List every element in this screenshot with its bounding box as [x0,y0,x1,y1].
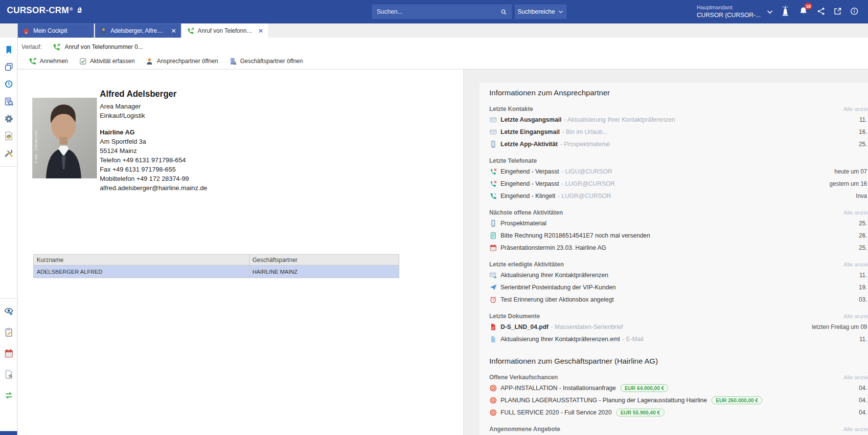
show-all-link[interactable]: Alle anzeigen [844,210,868,216]
item-subtitle: - LUGR@CURSOR [558,193,611,199]
panel-item[interactable]: Aktualisierung Ihrer Kontaktpräferenzen.… [489,333,868,345]
sidebar-eye-star-icon[interactable] [4,306,14,316]
search-icon[interactable] [500,8,507,16]
panel-item[interactable]: Eingehend - Verpasst- LIGU@CURSORheute u… [489,165,868,177]
contact-fax: Fax +49 6131 971798-655 [100,165,207,174]
section-title: Angenommene Angebote [489,426,560,433]
amount-badge: EUR 55.900,40 € [616,409,664,416]
tab-adelsberger-alfred[interactable]: Adelsberger, Alfred, ... [95,23,181,38]
chevron-down-icon [558,9,564,15]
panel-item[interactable]: Letzte App-Aktivität- Prospektmaterial25… [489,138,868,150]
item-text: Aktualisierung Ihrer Kontaktpräferenzen [501,272,608,279]
history-current-item[interactable]: Anruf von Telefonnummer 0... [65,44,143,50]
column-header[interactable]: Kurzname [34,255,250,265]
tab-label: Mein Cockpit [33,27,89,34]
sidebar-sync-icon[interactable] [4,391,14,400]
panel-item[interactable]: Eingehend - Verpasst- LUGR@CURSORgestern… [489,177,868,190]
item-text: Eingehend - Verpasst- LIGU@CURSOR [501,168,612,175]
app-logo: CURSOR-CRM® [7,5,84,16]
photo-watermark: © olly - Fotolia.com [34,130,38,164]
table-cell: ADELSBERGER ALFRED [34,265,250,278]
chevron-down-icon[interactable] [766,8,774,16]
panel-item[interactable]: Eingehend - Klingelt- LUGR@CURSORInva [489,190,868,202]
item-text: PLANUNG LAGERAUSSTATTUNG - Planung der L… [501,397,707,404]
panel-item[interactable]: PLANUNG LAGERAUSSTATTUNG - Planung der L… [489,394,868,406]
panel-item[interactable]: Bitte Rechnung R20186514541E7 noch mal v… [489,229,868,241]
item-text: Prospektmaterial [501,220,547,227]
column-header[interactable]: Geschäftspartner [250,255,399,265]
app-name: CURSOR-CRM [7,5,69,16]
panel-item[interactable]: Test Erinnerung über Aktionsbox angelegt… [489,293,868,305]
item-date: Inva [856,193,868,199]
sidebar-gear-play-icon[interactable] [4,114,14,124]
panel-item[interactable]: APP-INSTALLATION - InstallationsanfrageE… [489,382,868,394]
section-title: Letzte erledigte Aktivitäten [489,261,564,268]
contact-street: Am Sportfeld 3a [100,137,207,146]
annehmen-button[interactable]: Annehmen [26,56,70,66]
close-icon[interactable] [258,28,263,33]
search-scope-button[interactable]: Suchbereiche [515,4,567,19]
panel-item[interactable]: Serienbrief Posteinladung der VIP-Kunden… [489,281,868,293]
geschäftspartner-öffnen-button[interactable]: Geschäftspartner öffnen [227,56,305,66]
share-icon[interactable] [817,7,825,16]
show-all-link[interactable]: Alle anzeigen [844,426,868,432]
aktivität-erfassen-button[interactable]: Aktivität erfassen [77,56,137,66]
item-date: 11. [859,336,868,343]
lighthouse-icon[interactable] [780,5,791,17]
item-text: FULL SERVICE 2020 - Full Service 2020 [501,409,612,416]
item-text: Letzte Eingangsmail- Bin im Urlaub... [501,129,608,135]
search-input[interactable] [372,8,500,15]
section-offene-verkaufschancen: Offene VerkaufschancenAlle anzeigenAPP-I… [489,373,868,418]
close-icon[interactable] [171,28,176,33]
section-title: Letzte Dokumente [489,313,540,320]
open-in-new-icon[interactable] [833,7,842,16]
sidebar-copy-icon[interactable] [4,62,14,72]
item-date: 16. [859,129,868,135]
show-all-link[interactable]: Alle anzeigen [844,374,868,380]
item-date: 25. [859,220,868,227]
panel-item[interactable]: Letzte Eingangsmail- Bin im Urlaub...16. [489,126,868,138]
phone-in-icon [28,57,37,65]
sidebar-history-icon[interactable] [4,79,14,89]
sidebar-calendar-icon[interactable] [4,348,14,358]
sailboat-icon [74,6,84,16]
action-label: Ansprechpartner öffnen [157,58,218,65]
sidebar-tools-icon[interactable] [4,148,14,158]
section-letzte-dokumente: Letzte DokumenteAlle anzeigenD-S_LND_04.… [489,312,868,345]
panel-item[interactable]: Präsentationstermin 23.03. Hairline AG25… [489,241,868,254]
sidebar [0,38,18,435]
ansprechpartner-öffnen-button[interactable]: Ansprechpartner öffnen [143,56,220,66]
tab-label: Adelsberger, Alfred, ... [111,27,166,34]
panel-item[interactable]: FULL SERVICE 2020 - Full Service 2020EUR… [489,406,868,418]
item-subtitle: - LIGU@CURSOR [562,168,613,175]
panel-item[interactable]: Aktualisierung Ihrer Kontaktpräferenzen1… [489,269,868,281]
show-all-link[interactable]: Alle anzeigen [844,261,868,267]
sidebar-report-pie-icon[interactable] [4,131,14,141]
item-date: 11. [859,116,868,123]
tab-mein-cockpit[interactable]: Mein Cockpit [18,23,94,38]
sidebar-search-doc-icon[interactable] [4,97,14,107]
contact-email: alfred.adelsberger@hairline.mainz.de [100,183,207,193]
tenant-selector[interactable]: Hauptmandant: CURSOR (CURSOR-... [697,3,761,19]
section-letzte-erledigte-aktivitäten: Letzte erledigte AktivitätenAlle anzeige… [489,260,868,305]
mail-icon [489,116,497,124]
contact-details: Alfred Adelsberger Area Manager Einkauf/… [100,89,207,193]
tab-anruf-von-telefonnu[interactable]: Anruf von Telefonnu... [182,23,268,38]
info-icon[interactable] [850,7,859,16]
sidebar-bookmark-icon[interactable] [4,45,14,55]
show-all-link[interactable]: Alle anzeigen [844,106,868,112]
action-label: Annehmen [40,58,68,65]
plane-icon [489,283,497,291]
sidebar-clipboard-edit-icon[interactable] [4,327,14,337]
building-person-icon [229,57,237,65]
panel-item[interactable]: Letzte Ausgangsmail- Aktualisierung Ihre… [489,113,868,126]
section-title: Offene Verkaufschancen [489,374,558,381]
table-row[interactable]: ADELSBERGER ALFREDHAIRLINE MAINZ [34,265,399,278]
panel-item[interactable]: Prospektmaterial25. [489,217,868,229]
panel-heading-partner: Informationen zum Geschäftspartner (Hair… [489,357,868,367]
item-subtitle: - Massendaten-Serienbrief [551,324,623,330]
panel-item[interactable]: D-S_LND_04.pdf- Massendaten-Serienbriefl… [489,321,868,333]
show-all-link[interactable]: Alle anzeigen [844,313,868,319]
section-angenommene-angebote: Angenommene AngeboteAlle anzeigenAN5-000… [489,425,868,435]
sidebar-doc-gear-icon[interactable] [4,370,14,379]
